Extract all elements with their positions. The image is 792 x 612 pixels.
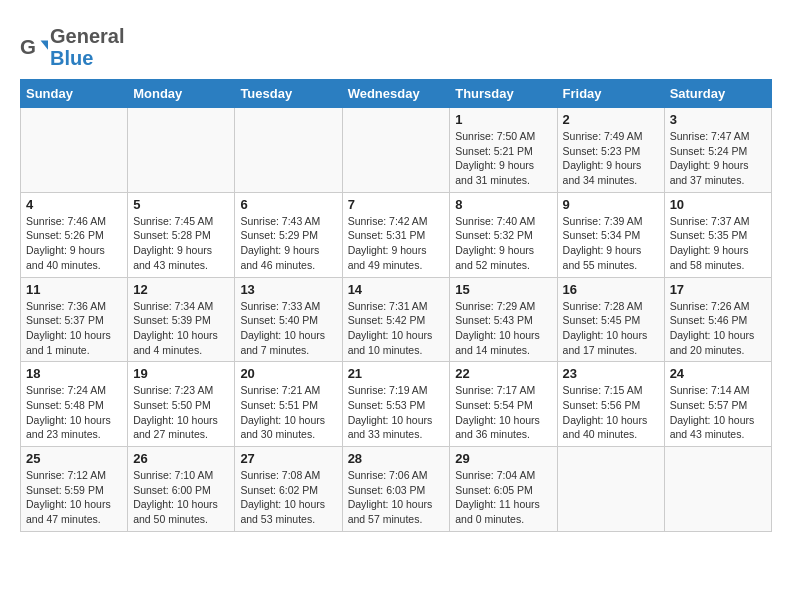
day-number: 21 [348, 366, 445, 381]
day-info: Sunrise: 7:21 AM Sunset: 5:51 PM Dayligh… [240, 383, 336, 442]
day-cell: 23Sunrise: 7:15 AM Sunset: 5:56 PM Dayli… [557, 362, 664, 447]
week-row-3: 11Sunrise: 7:36 AM Sunset: 5:37 PM Dayli… [21, 277, 772, 362]
day-number: 22 [455, 366, 551, 381]
day-cell: 28Sunrise: 7:06 AM Sunset: 6:03 PM Dayli… [342, 447, 450, 532]
day-info: Sunrise: 7:26 AM Sunset: 5:46 PM Dayligh… [670, 299, 766, 358]
day-cell: 26Sunrise: 7:10 AM Sunset: 6:00 PM Dayli… [128, 447, 235, 532]
day-number: 15 [455, 282, 551, 297]
day-number: 26 [133, 451, 229, 466]
day-number: 11 [26, 282, 122, 297]
day-cell: 9Sunrise: 7:39 AM Sunset: 5:34 PM Daylig… [557, 192, 664, 277]
day-cell: 3Sunrise: 7:47 AM Sunset: 5:24 PM Daylig… [664, 108, 771, 193]
day-cell: 8Sunrise: 7:40 AM Sunset: 5:32 PM Daylig… [450, 192, 557, 277]
week-row-2: 4Sunrise: 7:46 AM Sunset: 5:26 PM Daylig… [21, 192, 772, 277]
column-header-wednesday: Wednesday [342, 80, 450, 108]
day-cell: 4Sunrise: 7:46 AM Sunset: 5:26 PM Daylig… [21, 192, 128, 277]
day-number: 4 [26, 197, 122, 212]
day-cell: 10Sunrise: 7:37 AM Sunset: 5:35 PM Dayli… [664, 192, 771, 277]
day-number: 29 [455, 451, 551, 466]
week-row-1: 1Sunrise: 7:50 AM Sunset: 5:21 PM Daylig… [21, 108, 772, 193]
day-cell [235, 108, 342, 193]
week-row-5: 25Sunrise: 7:12 AM Sunset: 5:59 PM Dayli… [21, 447, 772, 532]
day-cell: 16Sunrise: 7:28 AM Sunset: 5:45 PM Dayli… [557, 277, 664, 362]
day-cell: 21Sunrise: 7:19 AM Sunset: 5:53 PM Dayli… [342, 362, 450, 447]
day-info: Sunrise: 7:10 AM Sunset: 6:00 PM Dayligh… [133, 468, 229, 527]
day-cell [21, 108, 128, 193]
day-cell: 15Sunrise: 7:29 AM Sunset: 5:43 PM Dayli… [450, 277, 557, 362]
calendar-header-row: SundayMondayTuesdayWednesdayThursdayFrid… [21, 80, 772, 108]
day-cell: 24Sunrise: 7:14 AM Sunset: 5:57 PM Dayli… [664, 362, 771, 447]
day-number: 6 [240, 197, 336, 212]
day-info: Sunrise: 7:06 AM Sunset: 6:03 PM Dayligh… [348, 468, 445, 527]
day-cell: 20Sunrise: 7:21 AM Sunset: 5:51 PM Dayli… [235, 362, 342, 447]
day-info: Sunrise: 7:43 AM Sunset: 5:29 PM Dayligh… [240, 214, 336, 273]
day-info: Sunrise: 7:23 AM Sunset: 5:50 PM Dayligh… [133, 383, 229, 442]
day-cell: 19Sunrise: 7:23 AM Sunset: 5:50 PM Dayli… [128, 362, 235, 447]
day-info: Sunrise: 7:40 AM Sunset: 5:32 PM Dayligh… [455, 214, 551, 273]
day-info: Sunrise: 7:24 AM Sunset: 5:48 PM Dayligh… [26, 383, 122, 442]
day-number: 25 [26, 451, 122, 466]
day-number: 28 [348, 451, 445, 466]
day-cell: 18Sunrise: 7:24 AM Sunset: 5:48 PM Dayli… [21, 362, 128, 447]
day-info: Sunrise: 7:08 AM Sunset: 6:02 PM Dayligh… [240, 468, 336, 527]
day-number: 13 [240, 282, 336, 297]
day-cell: 25Sunrise: 7:12 AM Sunset: 5:59 PM Dayli… [21, 447, 128, 532]
day-info: Sunrise: 7:49 AM Sunset: 5:23 PM Dayligh… [563, 129, 659, 188]
day-number: 1 [455, 112, 551, 127]
day-cell [664, 447, 771, 532]
day-info: Sunrise: 7:45 AM Sunset: 5:28 PM Dayligh… [133, 214, 229, 273]
svg-text:G: G [20, 35, 36, 58]
calendar-table: SundayMondayTuesdayWednesdayThursdayFrid… [20, 79, 772, 532]
day-info: Sunrise: 7:31 AM Sunset: 5:42 PM Dayligh… [348, 299, 445, 358]
day-info: Sunrise: 7:37 AM Sunset: 5:35 PM Dayligh… [670, 214, 766, 273]
column-header-thursday: Thursday [450, 80, 557, 108]
day-number: 23 [563, 366, 659, 381]
column-header-monday: Monday [128, 80, 235, 108]
logo: G General Blue [20, 25, 124, 69]
day-number: 5 [133, 197, 229, 212]
day-info: Sunrise: 7:29 AM Sunset: 5:43 PM Dayligh… [455, 299, 551, 358]
day-number: 24 [670, 366, 766, 381]
day-cell [128, 108, 235, 193]
day-info: Sunrise: 7:47 AM Sunset: 5:24 PM Dayligh… [670, 129, 766, 188]
day-info: Sunrise: 7:14 AM Sunset: 5:57 PM Dayligh… [670, 383, 766, 442]
day-cell: 29Sunrise: 7:04 AM Sunset: 6:05 PM Dayli… [450, 447, 557, 532]
day-info: Sunrise: 7:12 AM Sunset: 5:59 PM Dayligh… [26, 468, 122, 527]
column-header-tuesday: Tuesday [235, 80, 342, 108]
logo-text-line2: Blue [50, 47, 124, 69]
day-cell: 12Sunrise: 7:34 AM Sunset: 5:39 PM Dayli… [128, 277, 235, 362]
day-number: 16 [563, 282, 659, 297]
day-number: 12 [133, 282, 229, 297]
day-cell: 2Sunrise: 7:49 AM Sunset: 5:23 PM Daylig… [557, 108, 664, 193]
day-cell [342, 108, 450, 193]
day-info: Sunrise: 7:34 AM Sunset: 5:39 PM Dayligh… [133, 299, 229, 358]
day-cell: 1Sunrise: 7:50 AM Sunset: 5:21 PM Daylig… [450, 108, 557, 193]
day-number: 3 [670, 112, 766, 127]
day-number: 10 [670, 197, 766, 212]
day-info: Sunrise: 7:39 AM Sunset: 5:34 PM Dayligh… [563, 214, 659, 273]
column-header-saturday: Saturday [664, 80, 771, 108]
day-cell: 11Sunrise: 7:36 AM Sunset: 5:37 PM Dayli… [21, 277, 128, 362]
column-header-friday: Friday [557, 80, 664, 108]
day-number: 8 [455, 197, 551, 212]
day-number: 20 [240, 366, 336, 381]
day-cell: 6Sunrise: 7:43 AM Sunset: 5:29 PM Daylig… [235, 192, 342, 277]
day-cell: 27Sunrise: 7:08 AM Sunset: 6:02 PM Dayli… [235, 447, 342, 532]
day-number: 14 [348, 282, 445, 297]
day-info: Sunrise: 7:46 AM Sunset: 5:26 PM Dayligh… [26, 214, 122, 273]
day-info: Sunrise: 7:50 AM Sunset: 5:21 PM Dayligh… [455, 129, 551, 188]
logo-text-line1: General [50, 25, 124, 47]
day-cell: 5Sunrise: 7:45 AM Sunset: 5:28 PM Daylig… [128, 192, 235, 277]
week-row-4: 18Sunrise: 7:24 AM Sunset: 5:48 PM Dayli… [21, 362, 772, 447]
day-info: Sunrise: 7:04 AM Sunset: 6:05 PM Dayligh… [455, 468, 551, 527]
page-header: G General Blue [20, 20, 772, 69]
day-cell: 7Sunrise: 7:42 AM Sunset: 5:31 PM Daylig… [342, 192, 450, 277]
day-cell: 13Sunrise: 7:33 AM Sunset: 5:40 PM Dayli… [235, 277, 342, 362]
day-number: 17 [670, 282, 766, 297]
column-header-sunday: Sunday [21, 80, 128, 108]
day-cell: 17Sunrise: 7:26 AM Sunset: 5:46 PM Dayli… [664, 277, 771, 362]
day-info: Sunrise: 7:15 AM Sunset: 5:56 PM Dayligh… [563, 383, 659, 442]
svg-marker-1 [41, 40, 48, 49]
day-cell: 14Sunrise: 7:31 AM Sunset: 5:42 PM Dayli… [342, 277, 450, 362]
logo-icon: G [20, 33, 48, 61]
